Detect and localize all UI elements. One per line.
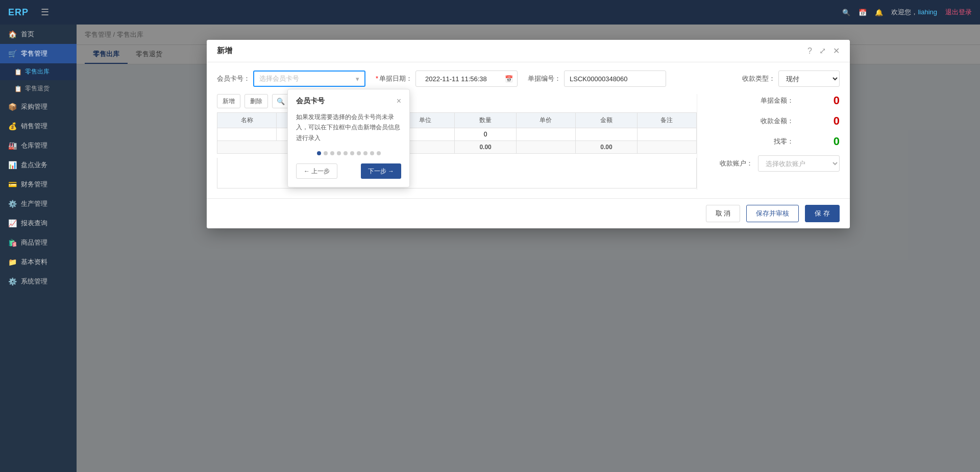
next-step-button[interactable]: 下一步 → [361, 163, 401, 179]
sidebar-item-basicdata[interactable]: 📁 基本资料 [0, 252, 77, 272]
retail-out-icon: 📋 [14, 68, 22, 76]
sidebar-item-label: 盘点业务 [21, 160, 47, 170]
account-label: 收款账户： [720, 159, 753, 168]
popover-title: 会员卡号 [296, 97, 325, 106]
sidebar-item-system[interactable]: ⚙️ 系统管理 [0, 272, 77, 291]
logout-btn[interactable]: 退出登录 [945, 8, 972, 17]
sidebar-item-label: 商品管理 [21, 238, 47, 247]
sidebar-item-reports[interactable]: 📈 报表查询 [0, 214, 77, 233]
form-row-top: 会员卡号： 选择会员卡号 ▾ 单据日期： 📅 [217, 70, 840, 87]
new-dialog: 新增 ? ⤢ ✕ 会员卡号： 选择会员卡号 [207, 40, 850, 228]
popover-dots [296, 151, 401, 155]
collect-amount-value: 0 [799, 114, 840, 128]
user-welcome: 欢迎您，liahing [891, 8, 937, 17]
total-money: 0.00 [576, 141, 638, 154]
sidebar-item-merchandise[interactable]: 🛍️ 商品管理 [0, 233, 77, 252]
dialog-title: 新增 [217, 46, 232, 56]
save-button[interactable]: 保 存 [805, 205, 840, 222]
sidebar-item-label: 销售管理 [21, 122, 47, 131]
col-remark: 备注 [637, 113, 696, 128]
account-select[interactable]: 选择收款账户 [758, 155, 840, 172]
date-label: 单据日期： [376, 74, 412, 83]
dot-9 [370, 151, 374, 155]
form-field-member-card: 会员卡号： 选择会员卡号 ▾ [217, 70, 365, 87]
help-icon[interactable]: ? [807, 46, 812, 56]
sidebar-item-label: 生产管理 [21, 199, 47, 208]
sidebar-item-sales[interactable]: 💰 销售管理 [0, 116, 77, 136]
layout: 🏠 首页 🛒 零售管理 📋 零售出库 📋 零售退货 📦 采购管理 💰 销售管理 … [0, 0, 980, 472]
cell-price[interactable] [521, 131, 571, 138]
cell-remark[interactable] [642, 131, 692, 138]
modal-backdrop: 新增 ? ⤢ ✕ 会员卡号： 选择会员卡号 [77, 25, 980, 472]
chevron-down-icon: ▾ [356, 75, 359, 83]
bell-icon[interactable]: 🔔 [875, 9, 883, 16]
reports-icon: 📈 [8, 219, 17, 227]
sidebar-item-retail-out[interactable]: 📋 零售出库 [0, 63, 77, 80]
dot-6 [350, 151, 354, 155]
popover-body: 如果发现需要选择的会员卡号尚未录入，可以在下拉框中点击新增会员信息进行录入 [296, 112, 401, 143]
retail-icon: 🛒 [8, 50, 17, 58]
dot-3 [330, 151, 334, 155]
dot-8 [363, 151, 368, 155]
user-name: liahing [918, 8, 937, 16]
member-card-popover: 会员卡号 × 如果发现需要选择的会员卡号尚未录入，可以在下拉框中点击新增会员信息… [287, 89, 410, 187]
sidebar-item-home[interactable]: 🏠 首页 [0, 25, 77, 44]
merchandise-icon: 🛍️ [8, 239, 17, 247]
app-logo: ERP [8, 7, 29, 18]
sidebar-item-retail-return[interactable]: 📋 零售退货 [0, 80, 77, 97]
calendar-icon[interactable]: 📅 [859, 9, 867, 16]
system-icon: ⚙️ [8, 277, 17, 286]
fullscreen-icon[interactable]: ⤢ [819, 46, 826, 56]
dot-2 [324, 151, 328, 155]
total-qty: 0.00 [455, 141, 517, 154]
sidebar-sub-label: 零售出库 [25, 67, 50, 76]
hamburger-icon[interactable]: ☰ [41, 7, 49, 18]
dot-4 [337, 151, 341, 155]
popover-close-icon[interactable]: × [397, 97, 401, 106]
sidebar-item-purchase[interactable]: 📦 采购管理 [0, 97, 77, 116]
sidebar-item-label: 仓库管理 [21, 141, 47, 150]
date-input[interactable] [420, 72, 502, 86]
member-card-select[interactable]: 选择会员卡号 ▾ [253, 70, 365, 87]
sidebar-item-warehouse[interactable]: 🏭 仓库管理 [0, 136, 77, 155]
cell-name[interactable] [222, 131, 272, 138]
cancel-button[interactable]: 取 消 [706, 205, 741, 222]
col-name: 名称 [217, 113, 277, 128]
dialog-content-aside: 单据金额： 0 收款金额： 0 找零： 0 [697, 94, 840, 190]
add-row-btn[interactable]: 新增 [217, 94, 240, 108]
col-amount: 金额 [576, 113, 638, 128]
cell-amount[interactable] [580, 131, 633, 138]
dialog-header-icons: ? ⤢ ✕ [807, 46, 840, 56]
form-field-doc-no: 单据编号： [528, 70, 666, 87]
change-label: 找零： [774, 137, 794, 146]
basicdata-icon: 📁 [8, 258, 17, 266]
sidebar-item-retail[interactable]: 🛒 零售管理 [0, 44, 77, 63]
col-price: 单价 [516, 113, 575, 128]
collect-type-select[interactable]: 现付 [778, 70, 840, 87]
sidebar-sub-label: 零售退货 [25, 84, 50, 93]
prev-step-button[interactable]: ← 上一步 [296, 163, 337, 179]
account-row: 收款账户： 选择收款账户 [707, 155, 840, 172]
doc-amount-value: 0 [799, 94, 840, 107]
main-area: 零售管理 / 零售出库 零售出库 零售退货 新增 ? ⤢ ✕ [77, 25, 980, 472]
form-field-date: 单据日期： 📅 [376, 70, 518, 87]
purchase-icon: 📦 [8, 103, 17, 111]
sidebar-item-inventory[interactable]: 📊 盘点业务 [0, 155, 77, 175]
sidebar-item-production[interactable]: ⚙️ 生产管理 [0, 194, 77, 214]
save-audit-button[interactable]: 保存并审核 [746, 205, 799, 222]
del-row-btn[interactable]: 删除 [244, 94, 268, 108]
close-icon[interactable]: ✕ [833, 46, 840, 56]
col-qty: 数量 [455, 113, 517, 128]
sidebar-item-label: 基本资料 [21, 257, 47, 267]
sidebar-item-label: 零售管理 [21, 49, 47, 58]
cell-qty[interactable] [459, 131, 512, 138]
date-input-wrap[interactable]: 📅 [415, 70, 518, 87]
production-icon: ⚙️ [8, 200, 17, 208]
doc-no-input[interactable] [564, 70, 666, 87]
doc-no-label: 单据编号： [528, 74, 561, 83]
sidebar-item-finance[interactable]: 💳 财务管理 [0, 175, 77, 194]
retail-return-icon: 📋 [14, 85, 22, 92]
inventory-icon: 📊 [8, 161, 17, 169]
search-icon[interactable]: 🔍 [842, 9, 850, 16]
change-row: 找零： 0 [707, 135, 840, 148]
